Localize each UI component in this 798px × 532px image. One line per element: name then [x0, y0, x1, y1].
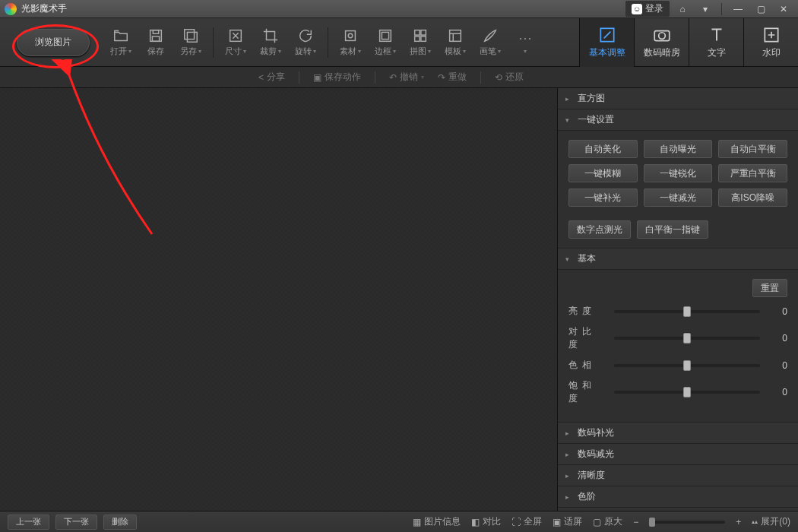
- zoom-out-icon[interactable]: −: [633, 517, 638, 527]
- slider-thumb[interactable]: [683, 333, 691, 344]
- basic-label: 基本: [578, 252, 596, 265]
- right-tab-darkroom[interactable]: 数码暗房: [634, 18, 689, 67]
- slider-label: 对比度: [568, 325, 606, 351]
- maximize-button[interactable]: ▢: [751, 2, 771, 16]
- reset-label: 重置: [761, 282, 779, 295]
- button-label: 自动白平衡: [730, 143, 776, 156]
- button-label: 一键模糊: [584, 167, 621, 180]
- caret-icon: ▾: [421, 74, 424, 81]
- divider: [480, 71, 481, 84]
- oneclick-body: 自动美化自动曝光自动白平衡 一键模糊一键锐化严重白平衡 一键补光一键减光高ISO…: [558, 131, 798, 249]
- section-reduce-light[interactable]: ▸数码减光: [558, 444, 798, 465]
- svg-rect-4: [187, 32, 197, 42]
- image-info-button[interactable]: ▦图片信息: [413, 515, 461, 528]
- chevron-down-icon: ▾: [393, 48, 396, 55]
- fit-button[interactable]: ▣适屏: [553, 515, 582, 528]
- oneclick-button[interactable]: 一键补光: [568, 188, 638, 207]
- zoom-thumb[interactable]: [649, 518, 655, 527]
- next-button[interactable]: 下一张: [55, 515, 97, 530]
- label-text: 裁剪: [260, 46, 277, 57]
- save-icon: [147, 27, 164, 44]
- tool-open[interactable]: 打开▾: [103, 21, 138, 64]
- settings-dropdown[interactable]: ▾: [695, 2, 715, 16]
- reset-button[interactable]: 重置: [752, 279, 787, 297]
- tool-rotate[interactable]: 旋转▾: [288, 21, 323, 64]
- oneclick-button[interactable]: 一键减光: [644, 188, 713, 207]
- redo-button[interactable]: ↷重做: [438, 71, 467, 84]
- browse-images-button[interactable]: 浏览图片: [17, 29, 90, 56]
- undo-button[interactable]: ↶撤销▾: [389, 71, 424, 84]
- tool-brush[interactable]: 画笔▾: [473, 21, 508, 64]
- chevron-right-icon: ▸: [565, 451, 573, 458]
- tool-size[interactable]: 尺寸▾: [218, 21, 253, 64]
- prev-button[interactable]: 上一张: [8, 515, 49, 530]
- section-basic[interactable]: ▾基本: [558, 249, 798, 270]
- tool-more[interactable]: ⋯▾: [508, 21, 543, 64]
- svg-rect-2: [152, 36, 159, 41]
- slider-thumb[interactable]: [683, 360, 691, 371]
- right-tab-text[interactable]: 文字: [689, 18, 743, 67]
- slider-track[interactable]: [614, 310, 760, 313]
- close-button[interactable]: ✕: [774, 2, 793, 16]
- oneclick-button[interactable]: 自动白平衡: [718, 140, 787, 158]
- oneclick-button[interactable]: 高ISO降噪: [718, 188, 787, 207]
- svg-rect-14: [450, 30, 461, 42]
- section-histogram[interactable]: ▸直方图: [558, 88, 798, 109]
- oneclick-button[interactable]: 严重白平衡: [718, 164, 787, 182]
- chevron-down-icon: ▾: [198, 48, 201, 55]
- tool-label: 模板▾: [445, 46, 466, 57]
- zoom-in-icon[interactable]: +: [736, 517, 741, 527]
- delete-button[interactable]: 删除: [103, 515, 137, 530]
- slider-track[interactable]: [614, 364, 760, 367]
- oneclick-button[interactable]: 白平衡一指键: [637, 220, 708, 239]
- canvas-area[interactable]: [0, 88, 558, 532]
- fullscreen-button[interactable]: ⛶全屏: [511, 515, 542, 528]
- saveas-icon: [182, 27, 199, 44]
- info-label: 图片信息: [424, 515, 461, 528]
- right-tab-watermark[interactable]: 水印: [743, 18, 798, 67]
- actual-size-button[interactable]: ▢原大: [593, 515, 622, 528]
- divider: [299, 71, 299, 84]
- oneclick-button[interactable]: 一键锐化: [644, 164, 713, 182]
- slider-thumb[interactable]: [683, 387, 691, 397]
- tool-save[interactable]: 保存: [138, 21, 173, 64]
- oneclick-button[interactable]: 自动曝光: [644, 140, 713, 158]
- tool-border[interactable]: 边框▾: [368, 21, 403, 64]
- basic-icon: [597, 25, 617, 45]
- slider-thumb[interactable]: [683, 306, 691, 317]
- compare-button[interactable]: ◧对比: [471, 515, 501, 528]
- login-button[interactable]: ☺ 登录: [625, 1, 670, 17]
- section-clarity[interactable]: ▸清晰度: [558, 465, 798, 486]
- avatar-icon: ☺: [632, 4, 642, 14]
- actual-icon: ▢: [593, 517, 601, 527]
- oneclick-button[interactable]: 一键模糊: [568, 164, 638, 182]
- histogram-label: 直方图: [578, 92, 605, 105]
- section-oneclick[interactable]: ▾一键设置: [558, 109, 798, 131]
- zoom-slider[interactable]: [649, 521, 725, 524]
- right-tab-basic[interactable]: 基本调整: [579, 18, 634, 67]
- actual-label: 原大: [604, 515, 622, 528]
- oneclick-button[interactable]: 数字点测光: [568, 220, 631, 239]
- save-action-button[interactable]: ▣保存动作: [313, 71, 361, 84]
- tool-saveas[interactable]: 另存▾: [173, 21, 208, 64]
- share-button[interactable]: <分享: [258, 71, 285, 84]
- slider-track[interactable]: [614, 391, 760, 394]
- oneclick-button[interactable]: 自动美化: [568, 140, 638, 158]
- section-levels[interactable]: ▸色阶: [558, 486, 798, 508]
- home-button[interactable]: ⌂: [673, 2, 692, 16]
- tool-template[interactable]: 模板▾: [438, 21, 473, 64]
- restore-button[interactable]: ⟲还原: [495, 71, 524, 84]
- tool-collage[interactable]: 拼图▾: [403, 21, 438, 64]
- minimize-button[interactable]: —: [728, 2, 748, 16]
- button-label: 白平衡一指键: [645, 223, 700, 236]
- section-fill-light[interactable]: ▸数码补光: [558, 423, 798, 444]
- slider-track[interactable]: [614, 337, 760, 340]
- tool-label: 保存: [147, 46, 164, 57]
- tool-material[interactable]: 素材▾: [333, 21, 368, 64]
- chevron-up-icon: ▴▴: [752, 518, 758, 525]
- tool-crop[interactable]: 裁剪▾: [253, 21, 288, 64]
- slider-value: 0: [768, 306, 787, 317]
- expand-button[interactable]: ▴▴展开(0): [752, 515, 790, 528]
- reduce-light-label: 数码减光: [578, 448, 614, 461]
- tool-label: ▾: [524, 48, 527, 55]
